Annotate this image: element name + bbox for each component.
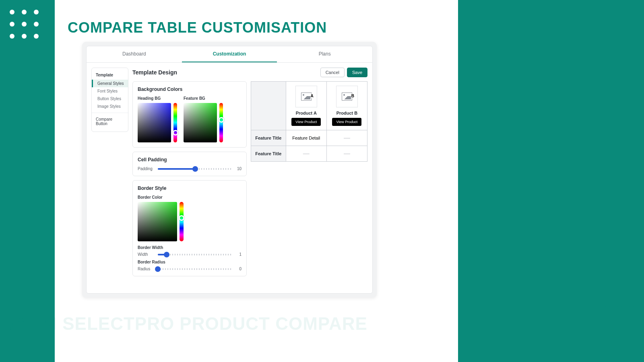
panel-title: Cell Padding [138,157,242,162]
heading-bg-label: Heading BG [138,96,177,101]
empty-cell: — [326,130,367,146]
svg-marker-2 [10,325,15,331]
border-color-picker[interactable] [138,202,177,241]
border-hue-slider[interactable] [180,202,184,241]
tab-dashboard[interactable]: Dashboard [87,46,182,62]
sidebar-head-template: Template [92,71,128,80]
border-width-slider[interactable] [158,254,233,255]
settings-sidebar: Template General Styles Font Styles Butt… [91,68,128,132]
empty-cell: — [286,146,326,162]
section-title: Template Design [132,69,177,76]
feature-title-cell: Feature Title [251,130,286,146]
svg-rect-0 [10,317,15,323]
top-tabs: Dashboard Customization Plans [87,46,372,63]
heading-bg-hue-slider[interactable] [173,103,177,142]
watermark-text: EM SELECTPRO PRODUCT COMPARE [30,314,367,334]
app-window: Dashboard Customization Plans Template G… [82,42,377,298]
feature-bg-color-picker[interactable] [184,103,217,142]
product-a-name: Product A [290,111,322,115]
padding-value: 10 [236,167,242,171]
decor-dots-top-left [10,10,39,39]
decor-dots-bottom-right [605,306,634,335]
panel-cell-padding: Cell Padding Padding 10 [132,152,247,176]
product-b-thumb: B [336,86,358,107]
watermark-icon [8,315,27,331]
panel-title: Border Style [138,185,242,191]
feature-bg-hue-slider[interactable] [219,103,223,142]
empty-cell: — [326,146,367,162]
border-radius-label: Border Radius [138,260,242,264]
tab-plans[interactable]: Plans [277,46,372,62]
border-color-label: Border Color [138,195,242,200]
sidebar-item-image-styles[interactable]: Image Styles [92,103,128,110]
sidebar-item-button-styles[interactable]: Button Styles [92,95,128,103]
product-b-name: Product B [331,111,363,115]
compare-table-preview: A Product A View Product B Product B Vie… [251,81,367,288]
border-width-value: 1 [236,252,242,257]
panel-title: Background Colors [138,86,242,92]
view-product-b-button[interactable]: View Product [332,118,361,126]
product-a-thumb: A [295,86,317,107]
border-width-label: Border Width [138,245,242,250]
heading-bg-color-picker[interactable] [138,103,171,142]
svg-point-1 [18,317,24,323]
width-row-label: Width [138,252,155,257]
feature-detail-cell: Feature Detail [286,130,326,146]
panel-background-colors: Background Colors Heading BG [132,81,247,148]
padding-slider[interactable] [158,168,233,170]
border-radius-value: 0 [236,267,242,271]
sidebar-item-general-styles[interactable]: General Styles [92,80,128,87]
sidebar-item-font-styles[interactable]: Font Styles [92,87,128,95]
decor-left-bar [0,0,55,362]
view-product-a-button[interactable]: View Product [291,118,321,126]
panel-border-style: Border Style Border Color Border Width W… [132,180,247,276]
sidebar-item-compare-button[interactable]: Compare Button [92,115,128,128]
radius-row-label: Radius [138,267,155,271]
padding-label: Padding [138,167,155,171]
feature-bg-label: Feature BG [184,96,223,101]
cancel-button[interactable]: Cancel [320,68,345,77]
border-radius-slider[interactable] [158,268,233,270]
save-button[interactable]: Save [347,68,367,77]
page-title: COMPARE TABLE CUSTOMISATION [68,19,327,36]
tab-customization[interactable]: Customization [182,46,277,62]
feature-title-cell: Feature Title [251,146,286,162]
